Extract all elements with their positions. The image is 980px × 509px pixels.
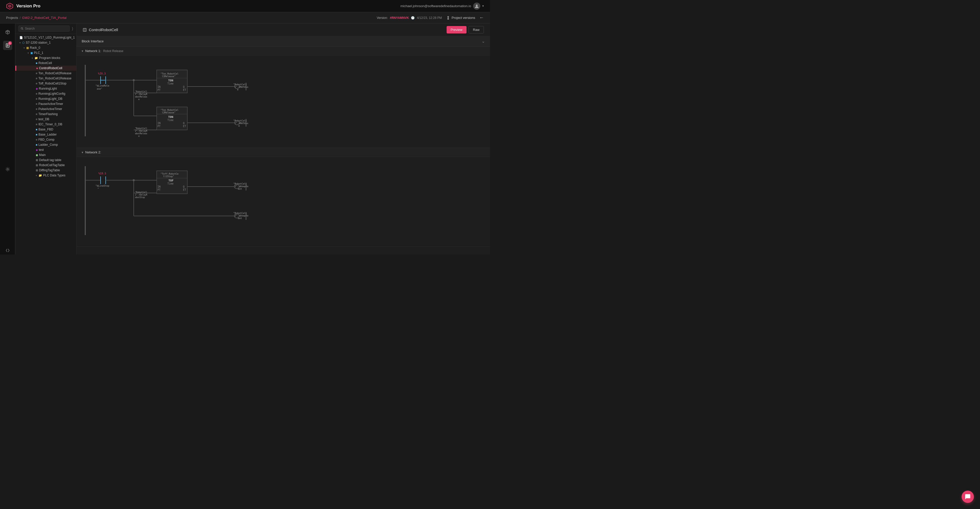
- db-icon: ≡: [36, 82, 37, 85]
- list-item[interactable]: ≡ Ton_RobotCell1Release: [15, 76, 76, 81]
- fb2-icon: ■: [36, 143, 38, 146]
- list-item[interactable]: ≡ Ton_RobotCell2Release: [15, 71, 76, 76]
- search-icon: [21, 27, 24, 30]
- breadcrumb-bar: Projects / GW2-2_RobotCell_TIA_Portal Ve…: [0, 12, 490, 24]
- network-header-1[interactable]: ▾ Network 1: Robot Release: [76, 46, 490, 56]
- file-tree-content: 📄 S71211C_V17_LED_RunningLight_1 ▾ ⬡ S7-…: [15, 34, 76, 254]
- tree-label: Main: [39, 153, 46, 157]
- tree-label: RobotCell: [38, 61, 52, 65]
- file-icon: 📄: [19, 36, 23, 39]
- search-input[interactable]: [25, 27, 67, 30]
- list-item[interactable]: ▾ ⬡ S7-1200 station_1: [15, 40, 76, 45]
- list-item[interactable]: ≡ test_DB: [15, 117, 76, 122]
- svg-text:Time: Time: [167, 82, 173, 85]
- list-item[interactable]: ■ ControlRobotCell: [15, 65, 76, 71]
- version-info: Version: #RNYAMNVK 🕐 4/12/23, 12:28 PM: [377, 16, 442, 20]
- tree-label: Ladder_Comp: [38, 143, 58, 146]
- list-item[interactable]: ■ Ladder_Comp: [15, 142, 76, 147]
- list-item[interactable]: ≡ RunningLightConfig: [15, 91, 76, 96]
- sidebar-icon-files[interactable]: 1: [3, 41, 12, 50]
- main-layout: 1 ⟩: [0, 24, 490, 254]
- chevron-down-icon[interactable]: ▾: [482, 4, 484, 8]
- tree-label: ControlRobotCell: [39, 66, 62, 70]
- nav-icon: [5, 30, 10, 35]
- content-title: ControlRobotCell: [83, 27, 118, 32]
- block-interface-chevron: ⌄: [482, 39, 485, 44]
- list-item[interactable]: ≡ FBD_Comp: [15, 137, 76, 142]
- list-item[interactable]: ◆ RunningLight: [15, 86, 76, 91]
- block-interface-label: Block Interface: [82, 39, 103, 43]
- list-item[interactable]: ◼ Main: [15, 153, 76, 157]
- tree-label: Default tag table: [39, 158, 61, 162]
- chevron-icon: ▾: [27, 52, 29, 54]
- list-item[interactable]: ⊞ DiffingTagTable: [15, 168, 76, 173]
- list-item[interactable]: ⊞ RobotCellTagTable: [15, 162, 76, 168]
- tree-label: Toff_RobotCell1Stop: [38, 82, 66, 85]
- list-item[interactable]: ≡ PauseActiveTimer: [15, 101, 76, 107]
- list-item[interactable]: ≡ Toff_RobotCell1Stop: [15, 81, 76, 86]
- list-item[interactable]: ◆ test: [15, 147, 76, 153]
- user-email: michael.johnson@softwaredefinedautomatio…: [401, 4, 471, 8]
- collapse-tree-button[interactable]: ⟩: [72, 26, 73, 31]
- preview-button[interactable]: Preview: [447, 26, 466, 33]
- user-avatar[interactable]: [473, 3, 480, 10]
- svg-text:"bLineRele: "bLineRele: [95, 84, 109, 87]
- version-hash[interactable]: #RNYAMNVK: [390, 16, 409, 20]
- tree-label: S71211C_V17_LED_RunningLight_1: [24, 36, 75, 39]
- network-header-2[interactable]: ▾ Network 2:: [76, 148, 490, 157]
- tree-label: PulseActiveTimer: [38, 107, 62, 111]
- tree-label: DiffingTagTable: [39, 169, 60, 172]
- tree-label: RobotCellTagTable: [39, 163, 65, 167]
- list-item[interactable]: ⊞ Default tag table: [15, 157, 76, 162]
- list-item[interactable]: ■ RobotCell: [15, 60, 76, 65]
- sidebar-icon-expand[interactable]: [3, 174, 12, 250]
- sidebar-icon-settings[interactable]: [3, 165, 12, 174]
- svg-marker-1: [8, 4, 11, 8]
- list-item[interactable]: ≡ RunningLight_DB: [15, 96, 76, 101]
- svg-text:Q: Q: [183, 86, 185, 88]
- svg-text:"RobotCell: "RobotCell: [135, 91, 147, 93]
- block-interface-row[interactable]: Block Interface ⌄: [76, 36, 490, 46]
- project-versions-button[interactable]: Project versions: [446, 16, 475, 20]
- search-box[interactable]: [18, 25, 70, 32]
- network-collapse-icon: ▾: [82, 49, 83, 53]
- list-item[interactable]: ▾ ▦ Rack_0: [15, 45, 76, 50]
- list-item[interactable]: ■ Base_Ladder: [15, 132, 76, 137]
- db-icon: ≡: [36, 113, 37, 116]
- raw-button[interactable]: Raw: [469, 26, 484, 33]
- svg-rect-13: [83, 28, 86, 32]
- list-item[interactable]: 📄 S71211C_V17_LED_RunningLight_1: [15, 35, 76, 40]
- diagram-area[interactable]: ▾ Network 1: Robot Release: [76, 46, 490, 254]
- chevron-icon: ▾: [19, 41, 21, 44]
- tree-label: Program blocks: [39, 56, 60, 60]
- svg-line-12: [22, 29, 23, 30]
- tree-label: Ton_RobotCell2Release: [38, 72, 71, 75]
- breadcrumb-projects[interactable]: Projects: [6, 16, 18, 20]
- list-item[interactable]: ▾ ▣ PLC_1: [15, 50, 76, 56]
- sidebar-icon-navigation[interactable]: [3, 27, 12, 37]
- content-title-text: ControlRobotCell: [89, 27, 118, 32]
- fb-icon: ■: [36, 62, 38, 65]
- db-icon: ≡: [36, 138, 37, 141]
- list-item[interactable]: ≡ TimerFlashing: [15, 111, 76, 117]
- svg-text:e: e: [138, 98, 140, 100]
- svg-text:ET: ET: [183, 188, 186, 191]
- svg-text:"bLineStop: "bLineStop: [95, 185, 109, 187]
- chevron-icon: ▾: [24, 46, 25, 49]
- svg-text:TOF: TOF: [169, 179, 173, 182]
- list-item[interactable]: ▾ 📁 PLC Data Types: [15, 173, 76, 178]
- network-section-2: ▾ Network 2: %I0.5 "b: [76, 148, 490, 247]
- svg-text:e: e: [239, 124, 240, 127]
- list-item[interactable]: ≡ PulseActiveTimer: [15, 107, 76, 111]
- db-icon: ≡: [36, 107, 37, 111]
- list-item[interactable]: ▾ 📁 Program blocks: [15, 56, 76, 60]
- tree-label: FBD_Comp: [38, 138, 54, 142]
- svg-text:l2Release": l2Release": [162, 111, 176, 114]
- back-button[interactable]: ←: [479, 15, 484, 21]
- settings-icon: [5, 167, 10, 172]
- sidebar-icons: 1: [0, 24, 15, 254]
- list-item[interactable]: ≡ IEC_Timer_0_DB: [15, 122, 76, 127]
- breadcrumb-separator: /: [20, 16, 21, 20]
- list-item[interactable]: ■ Base_FBD: [15, 127, 76, 132]
- svg-text:obotStop: obotStop: [135, 196, 145, 199]
